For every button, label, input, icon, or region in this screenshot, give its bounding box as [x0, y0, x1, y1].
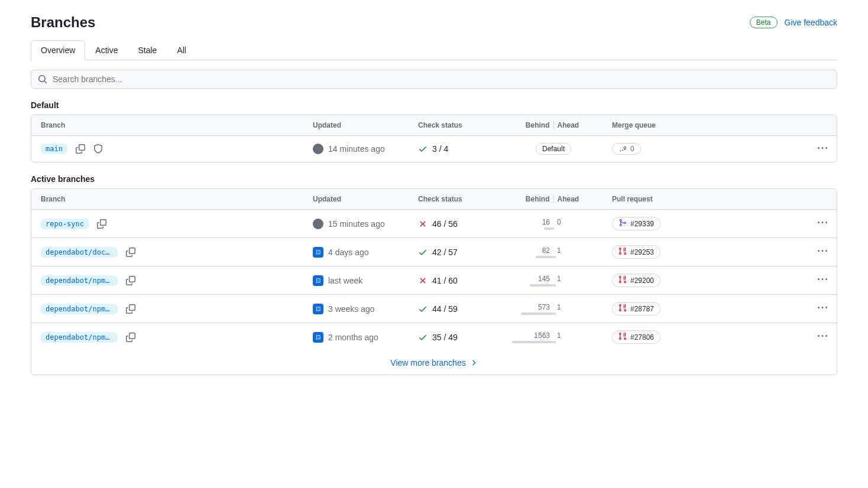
col-behind-ahead: Behind Ahead: [507, 121, 600, 129]
bot-avatar[interactable]: ⊡: [313, 332, 323, 343]
copy-icon[interactable]: [126, 304, 135, 314]
branch-name[interactable]: dependabot/npm_an…: [41, 304, 118, 314]
row-actions-button[interactable]: [818, 144, 827, 155]
search-icon: [38, 74, 47, 84]
branch-name[interactable]: main: [41, 144, 67, 154]
row-actions-button[interactable]: [818, 218, 827, 229]
updated-time: 3 weeks ago: [328, 304, 375, 314]
copy-icon[interactable]: [97, 219, 106, 229]
check-status[interactable]: 46 / 56: [432, 219, 458, 229]
branch-name[interactable]: dependabot/docker…: [41, 247, 118, 258]
row-actions-button[interactable]: [818, 275, 827, 286]
check-status[interactable]: 3 / 4: [432, 144, 448, 154]
check-status[interactable]: 41 / 60: [432, 276, 458, 285]
page-header: Branches Beta Give feedback: [31, 14, 837, 31]
view-more-link[interactable]: View more branches: [390, 358, 477, 367]
active-section-title: Active branches: [31, 174, 837, 184]
tabs: Overview Active Stale All: [31, 40, 837, 60]
bot-avatar[interactable]: ⊡: [313, 275, 323, 286]
copy-icon[interactable]: [76, 144, 85, 154]
table-row: main 14 minutes ago 3 / 4 Default 0: [31, 136, 837, 162]
updated-time: 14 minutes ago: [328, 144, 385, 154]
pull-request-icon: [618, 304, 627, 314]
behind-ahead[interactable]: 82 1: [507, 246, 600, 258]
updated-time: 4 days ago: [328, 248, 369, 257]
check-status[interactable]: 42 / 57: [432, 248, 458, 257]
merge-queue-badge[interactable]: 0: [612, 143, 641, 155]
pull-request-icon: [618, 219, 627, 229]
behind-ahead[interactable]: 16 0: [507, 218, 600, 230]
pull-request-icon: [618, 332, 627, 342]
pull-request-badge[interactable]: #29253: [612, 245, 660, 259]
copy-icon[interactable]: [126, 276, 135, 285]
shield-icon[interactable]: [93, 144, 103, 154]
row-actions-button[interactable]: [818, 303, 827, 314]
pull-request-badge[interactable]: #27806: [612, 330, 660, 344]
avatar[interactable]: [313, 219, 323, 229]
copy-icon[interactable]: [126, 333, 135, 342]
branch-name[interactable]: dependabot/npm_an…: [41, 275, 118, 286]
view-more: View more branches: [31, 351, 837, 375]
page-title: Branches: [31, 14, 95, 31]
col-updated: Updated: [313, 121, 418, 129]
chevron-right-icon: [469, 359, 478, 367]
bot-avatar[interactable]: ⊡: [313, 247, 323, 258]
updated-time: 2 months ago: [328, 333, 378, 342]
table-header: Branch Updated Check status Behind Ahead…: [31, 189, 837, 210]
pull-request-badge[interactable]: #29339: [612, 217, 660, 230]
check-icon: [418, 144, 427, 154]
copy-icon[interactable]: [126, 248, 135, 257]
search-box: [31, 70, 837, 89]
check-status[interactable]: 35 / 49: [432, 333, 458, 342]
active-table: Branch Updated Check status Behind Ahead…: [31, 188, 837, 375]
updated-time: last week: [328, 276, 362, 285]
row-actions-button[interactable]: [818, 331, 827, 343]
check-status[interactable]: 44 / 59: [432, 304, 458, 314]
row-actions-button[interactable]: [818, 246, 827, 258]
branch-name[interactable]: dependabot/npm_an…: [41, 332, 118, 343]
default-table: Branch Updated Check status Behind Ahead…: [31, 115, 837, 162]
col-branch: Branch: [41, 121, 313, 129]
col-check: Check status: [418, 121, 507, 129]
pull-request-badge[interactable]: #29200: [612, 274, 660, 287]
table-header: Branch Updated Check status Behind Ahead…: [31, 115, 837, 136]
updated-time: 15 minutes ago: [328, 219, 385, 229]
tab-all[interactable]: All: [167, 40, 196, 60]
tab-overview[interactable]: Overview: [31, 40, 85, 60]
default-section-title: Default: [31, 100, 837, 110]
table-row: dependabot/npm_an… ⊡ 2 months ago 35 / 4…: [31, 323, 837, 351]
tab-stale[interactable]: Stale: [128, 40, 167, 60]
avatar[interactable]: [313, 144, 323, 154]
pull-request-icon: [618, 275, 627, 285]
give-feedback-link[interactable]: Give feedback: [785, 18, 838, 27]
default-badge: Default: [536, 143, 571, 155]
pull-request-badge[interactable]: #28787: [612, 302, 660, 315]
table-row: dependabot/npm_an… ⊡ 3 weeks ago 44 / 59…: [31, 295, 837, 323]
table-row: dependabot/docker… ⊡ 4 days ago 42 / 57 …: [31, 238, 837, 266]
behind-ahead[interactable]: 145 1: [507, 275, 600, 287]
branch-name[interactable]: repo-sync: [41, 219, 89, 229]
merge-queue-icon: [618, 145, 627, 153]
col-merge-queue: Merge queue: [600, 121, 804, 129]
pull-request-icon: [618, 247, 627, 257]
bot-avatar[interactable]: ⊡: [313, 304, 323, 314]
behind-ahead[interactable]: 1563 1: [507, 331, 600, 343]
behind-ahead[interactable]: 573 1: [507, 303, 600, 315]
beta-badge: Beta: [750, 17, 778, 28]
tab-active[interactable]: Active: [85, 40, 128, 60]
table-row: dependabot/npm_an… ⊡ last week 41 / 60 1…: [31, 266, 837, 295]
search-input[interactable]: [31, 70, 837, 89]
table-row: repo-sync 15 minutes ago 46 / 56 16 0: [31, 210, 837, 238]
